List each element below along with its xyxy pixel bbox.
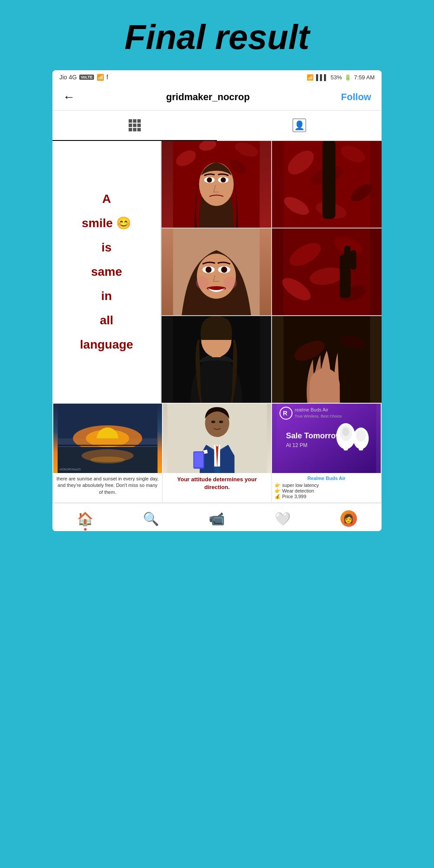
grid-icon <box>129 119 141 131</box>
svg-text:R: R <box>283 410 288 417</box>
avatar-image: 👩 <box>343 513 354 524</box>
svg-point-55 <box>211 421 215 423</box>
svg-text:realme Buds Air: realme Buds Air <box>295 407 329 412</box>
feature-1: 👉 super low latency <box>275 483 378 488</box>
svg-point-49 <box>90 457 125 463</box>
battery-icon: 🔋 <box>344 74 351 81</box>
nav-reels[interactable]: 📹 <box>209 511 225 526</box>
nav-search[interactable]: 🔍 <box>143 511 159 526</box>
sunrise-caption: there are sunrise and sunset in every si… <box>53 473 162 498</box>
home-dot <box>84 528 87 531</box>
nav-profile[interactable]: 👩 <box>340 510 357 527</box>
time-display: 7:59 AM <box>354 74 375 81</box>
signal-bars-icon: ▌▌▌ <box>316 74 328 81</box>
post-sunrise[interactable]: HONORView20 there are sunrise and sunset… <box>53 404 162 502</box>
photo-red-leaves-top <box>272 141 382 228</box>
realme-features-list: 👉 super low latency 👉 Wear detection 💰 P… <box>275 483 378 499</box>
banner-title: Final result <box>9 17 425 57</box>
tab-grid[interactable] <box>52 111 217 141</box>
status-bar: Jio 4G VoLTE 📶 f 📶 ▌▌▌ 53% 🔋 7:59 AM <box>52 70 382 84</box>
man-caption: Your attitude determines your direction. <box>163 473 272 494</box>
feature-3: 💰 Price 3,999 <box>275 494 378 499</box>
svg-point-24 <box>221 267 227 273</box>
status-right: 📶 ▌▌▌ 53% 🔋 7:59 AM <box>307 74 375 81</box>
sunrise-image: HONORView20 <box>53 404 162 473</box>
post-man[interactable]: Your attitude determines your direction. <box>163 404 272 502</box>
heart-icon: 🤍 <box>275 511 291 526</box>
svg-rect-50 <box>58 445 157 446</box>
feature-2: 👉 Wear detection <box>275 488 378 494</box>
svg-point-9 <box>221 177 226 183</box>
svg-rect-74 <box>359 444 363 450</box>
svg-rect-34 <box>344 246 351 268</box>
svg-text:True Wireless. Best Choice: True Wireless. Best Choice <box>295 414 342 418</box>
photo-red-leaves-mid <box>272 228 382 315</box>
svg-text:Sale Tomorrow: Sale Tomorrow <box>286 431 343 440</box>
reels-icon: 📹 <box>209 511 225 526</box>
carrier-text: Jio 4G <box>59 74 77 81</box>
volte-badge: VoLTE <box>79 75 94 80</box>
svg-point-25 <box>196 276 209 289</box>
battery-percent: 53% <box>330 74 342 81</box>
svg-text:HONORView20: HONORView20 <box>59 468 81 471</box>
svg-point-70 <box>343 427 350 436</box>
tagged-profile-icon: 👤 <box>292 118 306 132</box>
photo-woman-smile <box>162 228 271 315</box>
person-icon: 👤 <box>294 120 305 131</box>
man-image <box>163 404 272 473</box>
realme-product-name: Realme Buds Air <box>275 476 378 481</box>
main-photo-grid: Asmile 😊issameinalllanguage <box>52 141 382 403</box>
status-left: Jio 4G VoLTE 📶 f <box>59 74 108 81</box>
banner: Final result <box>0 0 434 70</box>
quote-text: Asmile 😊issameinalllanguage <box>80 187 133 357</box>
home-icon: 🏠 <box>77 511 93 526</box>
realme-details: Realme Buds Air 👉 super low latency 👉 We… <box>272 473 381 502</box>
nav-home[interactable]: 🏠 <box>77 511 93 526</box>
photo-woman-face-top <box>162 141 271 228</box>
posts-row: HONORView20 there are sunrise and sunset… <box>52 403 382 503</box>
follow-button[interactable]: Follow <box>341 91 371 103</box>
svg-point-26 <box>224 276 237 289</box>
svg-point-73 <box>356 430 366 442</box>
svg-point-8 <box>207 177 212 183</box>
svg-text:At 12 PM: At 12 PM <box>286 442 308 448</box>
post-realme[interactable]: R realme Buds Air True Wireless. Best Ch… <box>272 404 381 502</box>
signal-icon: 📶 <box>97 74 104 81</box>
realme-image: R realme Buds Air True Wireless. Best Ch… <box>272 404 381 473</box>
nav-bar: ← gridmaker_nocrop Follow <box>52 84 382 111</box>
svg-point-23 <box>206 267 212 273</box>
profile-username: gridmaker_nocrop <box>166 91 250 103</box>
svg-rect-59 <box>194 452 203 467</box>
svg-point-56 <box>219 421 223 423</box>
quote-panel: Asmile 😊issameinalllanguage <box>52 141 161 403</box>
wifi-icon: 📶 <box>307 74 314 81</box>
tab-tagged[interactable]: 👤 <box>217 111 382 140</box>
phone-frame: Jio 4G VoLTE 📶 f 📶 ▌▌▌ 53% 🔋 7:59 AM ← g… <box>52 70 382 531</box>
photo-hand <box>272 316 382 403</box>
tab-bar: 👤 <box>52 111 382 141</box>
avatar-nav: 👩 <box>340 510 357 527</box>
svg-rect-35 <box>351 250 356 270</box>
nav-likes[interactable]: 🤍 <box>275 511 291 526</box>
search-icon: 🔍 <box>143 511 159 526</box>
svg-rect-71 <box>344 443 348 450</box>
facebook-icon: f <box>107 74 108 81</box>
bottom-nav: 🏠 🔍 📹 🤍 👩 <box>52 503 382 531</box>
photo-woman-dress <box>162 316 271 403</box>
back-button[interactable]: ← <box>63 90 75 104</box>
